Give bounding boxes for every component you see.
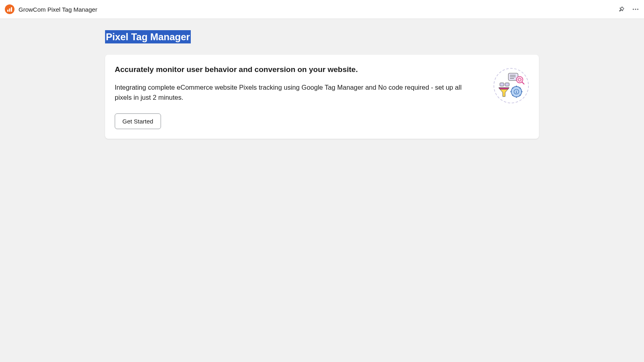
card-description: Integrating complete eCommerce website P…	[115, 82, 477, 103]
analytics-illustration-icon: i	[493, 68, 529, 104]
content-inner: Pixel Tag Manager Accurately monitor use…	[105, 30, 539, 139]
get-started-button[interactable]: Get Started	[115, 113, 161, 129]
svg-point-5	[637, 8, 638, 10]
svg-text:i: i	[516, 90, 517, 94]
svg-line-23	[520, 95, 520, 96]
topbar-right	[618, 6, 639, 13]
topbar: GrowCom Pixel Tag Manager	[0, 0, 644, 19]
card-text-section: Accurately monitor user behavior and con…	[115, 64, 477, 129]
app-title: GrowCom Pixel Tag Manager	[19, 6, 97, 13]
card-heading: Accurately monitor user behavior and con…	[115, 64, 477, 75]
more-icon[interactable]	[632, 6, 639, 13]
intro-card: Accurately monitor user behavior and con…	[105, 55, 539, 139]
svg-rect-14	[500, 83, 504, 86]
svg-rect-2	[11, 7, 12, 12]
svg-rect-0	[7, 10, 8, 12]
svg-line-24	[512, 95, 513, 96]
pin-icon[interactable]	[618, 6, 625, 12]
card-illustration: i	[493, 68, 529, 104]
topbar-left: GrowCom Pixel Tag Manager	[5, 4, 97, 14]
content-area: Pixel Tag Manager Accurately monitor use…	[0, 19, 644, 139]
svg-line-25	[520, 88, 520, 88]
svg-point-3	[633, 8, 634, 10]
page-title: Pixel Tag Manager	[105, 30, 191, 43]
svg-rect-15	[505, 83, 509, 86]
svg-line-13	[522, 82, 524, 84]
svg-point-4	[635, 8, 636, 10]
svg-rect-1	[9, 8, 10, 12]
app-icon	[5, 4, 14, 14]
chart-bars-icon	[6, 6, 13, 12]
svg-line-22	[512, 88, 513, 88]
